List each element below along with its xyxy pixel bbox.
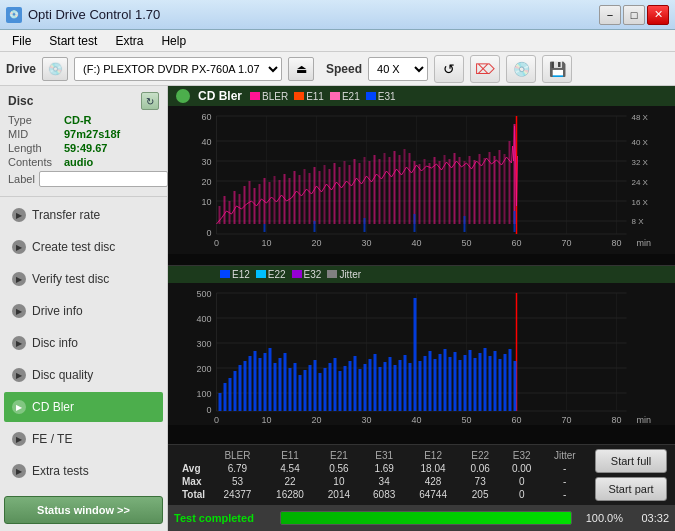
svg-rect-104 <box>514 211 516 232</box>
legend-jitter-label: Jitter <box>339 269 361 280</box>
drive-label: Drive <box>6 62 36 76</box>
svg-rect-173 <box>399 360 402 411</box>
legend-jitter-color <box>327 270 337 278</box>
svg-rect-91 <box>479 154 481 224</box>
sidebar-item-transfer-rate[interactable]: ▶ Transfer rate <box>4 200 163 230</box>
eject-button[interactable]: ⏏ <box>288 57 314 81</box>
eraser-button[interactable]: ⌦ <box>470 55 500 83</box>
status-bar: Test completed 100.0% 03:32 <box>168 505 675 531</box>
chart1-legend: BLER E11 E21 E31 <box>250 91 396 102</box>
disc-contents-label: Contents <box>8 156 60 168</box>
disc-label-input[interactable] <box>39 171 168 187</box>
sidebar-item-verify-test-disc[interactable]: ▶ Verify test disc <box>4 264 163 294</box>
start-part-button[interactable]: Start part <box>595 477 667 501</box>
speed-select[interactable]: 40 X <box>368 57 428 81</box>
svg-rect-177 <box>419 361 422 411</box>
svg-rect-87 <box>459 157 461 224</box>
progress-bar-container <box>280 511 572 525</box>
disc-refresh-button[interactable]: ↻ <box>141 92 159 110</box>
maximize-button[interactable]: □ <box>623 5 645 25</box>
svg-rect-79 <box>419 164 421 224</box>
chart2-legend: E12 E22 E32 Jitter <box>220 269 361 280</box>
status-window-button[interactable]: Status window >> <box>4 496 163 524</box>
sidebar-item-drive-info[interactable]: ▶ Drive info <box>4 296 163 326</box>
legend-e12-label: E12 <box>232 269 250 280</box>
sidebar: Disc ↻ Type CD-R MID 97m27s18f Length 59… <box>0 86 168 531</box>
svg-rect-103 <box>464 216 466 232</box>
chart2-section: E12 E22 E32 Jitter <box>168 266 675 446</box>
svg-text:10: 10 <box>261 238 271 248</box>
svg-rect-165 <box>359 369 362 411</box>
progress-time: 03:32 <box>629 512 669 524</box>
menu-help[interactable]: Help <box>153 32 194 50</box>
svg-rect-73 <box>389 157 391 224</box>
svg-rect-178 <box>424 356 427 411</box>
svg-text:60: 60 <box>511 415 521 425</box>
sidebar-nav: ▶ Transfer rate ▶ Create test disc ▶ Ver… <box>0 197 167 492</box>
stats-max-e12: 428 <box>407 475 460 488</box>
legend-e22: E22 <box>256 269 286 280</box>
svg-rect-89 <box>469 156 471 224</box>
minimize-button[interactable]: − <box>599 5 621 25</box>
svg-rect-80 <box>424 159 426 224</box>
svg-rect-57 <box>309 173 311 224</box>
svg-rect-138 <box>224 383 227 411</box>
svg-rect-76 <box>404 149 406 224</box>
svg-rect-171 <box>389 357 392 411</box>
stats-max-bler: 53 <box>211 475 264 488</box>
svg-text:16 X: 16 X <box>632 198 649 207</box>
stats-total-label: Total <box>176 488 211 501</box>
menu-start-test[interactable]: Start test <box>41 32 105 50</box>
stats-max-e31: 34 <box>362 475 407 488</box>
sidebar-item-cd-bler[interactable]: ▶ CD Bler <box>4 392 163 422</box>
svg-rect-187 <box>469 350 472 411</box>
svg-rect-59 <box>319 171 321 224</box>
sidebar-item-create-test-disc[interactable]: ▶ Create test disc <box>4 232 163 262</box>
sidebar-item-fe-te[interactable]: ▶ FE / TE <box>4 424 163 454</box>
svg-rect-155 <box>309 365 312 411</box>
svg-rect-168 <box>374 354 377 411</box>
svg-rect-65 <box>349 165 351 224</box>
svg-text:80: 80 <box>611 415 621 425</box>
legend-e21-label: E21 <box>342 91 360 102</box>
svg-rect-66 <box>354 159 356 224</box>
disc-type-label: Type <box>8 114 60 126</box>
nav-label-verify-test-disc: Verify test disc <box>32 272 109 286</box>
svg-rect-85 <box>449 159 451 224</box>
close-button[interactable]: ✕ <box>647 5 669 25</box>
sidebar-item-disc-quality[interactable]: ▶ Disc quality <box>4 360 163 390</box>
stats-avg-jitter: - <box>542 462 587 475</box>
svg-rect-60 <box>324 165 326 224</box>
drive-select[interactable]: (F:) PLEXTOR DVDR PX-760A 1.07 <box>74 57 282 81</box>
svg-rect-55 <box>299 175 301 224</box>
svg-rect-170 <box>384 362 387 411</box>
stats-avg-e32: 0.00 <box>501 462 543 475</box>
nav-icon-extra-tests: ▶ <box>12 464 26 478</box>
stats-max-e22: 73 <box>459 475 501 488</box>
svg-rect-175 <box>409 363 412 411</box>
disc-panel: Disc ↻ Type CD-R MID 97m27s18f Length 59… <box>0 86 167 197</box>
start-full-button[interactable]: Start full <box>595 449 667 473</box>
nav-icon-transfer-rate: ▶ <box>12 208 26 222</box>
sidebar-item-disc-info[interactable]: ▶ Disc info <box>4 328 163 358</box>
legend-e12-color <box>220 270 230 278</box>
svg-rect-188 <box>474 358 477 411</box>
sidebar-bottom: Status window >> <box>0 492 167 531</box>
drive-icon-btn[interactable]: 💿 <box>42 57 68 81</box>
svg-rect-95 <box>499 150 501 224</box>
svg-rect-45 <box>249 181 251 224</box>
disc-mid-label: MID <box>8 128 60 140</box>
chart1-title-bar: CD Bler BLER E11 E21 <box>168 86 675 106</box>
sidebar-item-extra-tests[interactable]: ▶ Extra tests <box>4 456 163 486</box>
save-button[interactable]: 💾 <box>542 55 572 83</box>
col-bler: BLER <box>211 449 264 462</box>
svg-text:70: 70 <box>561 238 571 248</box>
svg-rect-97 <box>509 141 511 224</box>
disc-contents-value: audio <box>64 156 93 168</box>
stats-avg-bler: 6.79 <box>211 462 264 475</box>
disc-button[interactable]: 💿 <box>506 55 536 83</box>
refresh-button[interactable]: ↺ <box>434 55 464 83</box>
svg-rect-44 <box>244 186 246 224</box>
menu-extra[interactable]: Extra <box>107 32 151 50</box>
menu-file[interactable]: File <box>4 32 39 50</box>
